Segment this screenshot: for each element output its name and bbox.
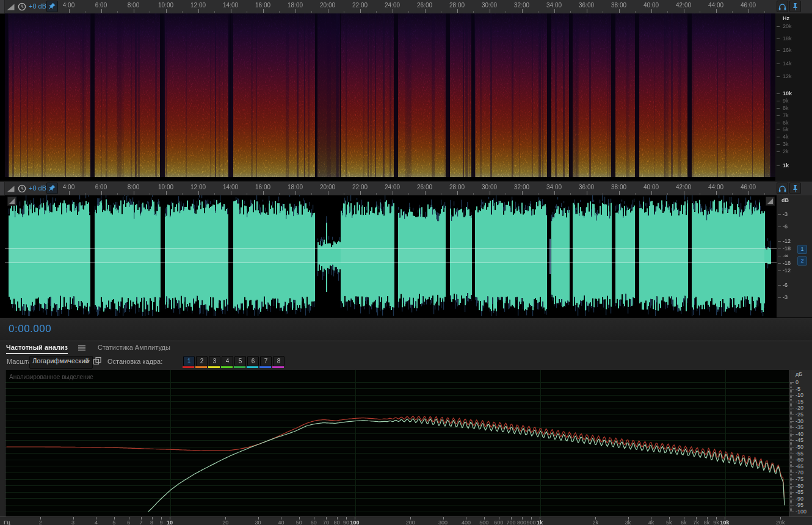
db-tick <box>790 391 792 392</box>
ruler-tick <box>473 193 474 195</box>
ruler-tick <box>134 9 134 13</box>
ruler-tick <box>295 191 296 195</box>
hold-frame-color <box>272 366 284 368</box>
track-gap <box>547 13 551 177</box>
timeline-ruler[interactable]: 4:006:008:0010:0012:0014:0016:0018:0020:… <box>58 182 775 195</box>
waveform-guide-line <box>5 248 777 249</box>
corner-grip-icon[interactable] <box>766 197 775 206</box>
db-tick <box>790 512 794 512</box>
ruler-tick <box>360 191 361 195</box>
panel-menu-icon[interactable] <box>78 345 85 351</box>
db-tick <box>790 501 792 502</box>
db-tick-label: -100 <box>796 509 807 515</box>
headphones-icon <box>778 2 787 11</box>
spectral-streak <box>8 13 9 177</box>
spectral-streak <box>466 13 468 177</box>
scale-tick <box>777 63 780 64</box>
frequency-label: 20k <box>783 23 792 29</box>
copy-icon[interactable] <box>93 357 102 366</box>
spectral-streak <box>219 13 220 177</box>
infinity-label: -∞ <box>783 253 788 259</box>
ruler-tick <box>749 191 749 195</box>
pin-icon <box>48 2 57 11</box>
hold-frame-button-1[interactable]: 1 <box>183 356 195 366</box>
hold-frame-button-8[interactable]: 8 <box>273 356 285 366</box>
frequency-tick-label: 500 <box>479 520 488 525</box>
hold-frame-button-7[interactable]: 7 <box>260 356 272 366</box>
spectral-streak <box>717 13 718 177</box>
corner-grip-icon[interactable] <box>7 197 16 206</box>
channel-badge[interactable]: 1 <box>797 245 807 254</box>
ruler-tick <box>425 9 426 13</box>
ruler-tick <box>85 11 85 13</box>
right-channel-curve <box>148 419 785 512</box>
channel-badge[interactable]: 2 <box>797 256 807 266</box>
hold-frame-button-6[interactable]: 6 <box>247 356 259 366</box>
ruler-tick <box>134 191 134 195</box>
db-tick <box>790 474 792 475</box>
spectral-streak <box>563 13 565 177</box>
scale-tick <box>777 129 780 130</box>
spectral-streak <box>692 13 693 177</box>
pin-toggle-button[interactable] <box>789 183 801 194</box>
ruler-tick <box>150 11 150 13</box>
gain-readout[interactable]: +0 dB <box>29 2 46 10</box>
time-label: 36:00 <box>579 2 594 9</box>
audition-app: +0 dB 4:006:008:0010:0012:0014:0016:0018… <box>0 0 812 525</box>
frequency-tick-label: 4k <box>648 520 654 525</box>
tab-frequency-analysis[interactable]: Частотный анализ <box>6 344 68 354</box>
timeline-ruler[interactable]: 4:006:008:0010:0012:0014:0016:0018:0020:… <box>58 0 775 13</box>
scale-tick <box>778 297 781 298</box>
monitor-button[interactable] <box>777 183 788 194</box>
spectral-streak <box>573 13 578 177</box>
pin-button[interactable] <box>46 183 58 194</box>
ruler-tick <box>182 11 183 13</box>
spectrogram-display[interactable] <box>5 13 775 177</box>
hold-frame-button-5[interactable]: 5 <box>234 356 246 366</box>
playhead-time-display[interactable]: 0:00.000 <box>9 323 51 335</box>
level-meter-icon <box>6 184 16 194</box>
spectral-streak <box>42 13 43 177</box>
clip-marker[interactable] <box>549 239 551 274</box>
scale-tick <box>777 137 780 137</box>
hold-frame-button-4[interactable]: 4 <box>222 356 233 366</box>
monitor-button[interactable] <box>777 1 788 12</box>
analysis-controls: Масштаб: Логарифмический Остановка кадра… <box>0 355 812 370</box>
spectrogram-frequency-scale: Hz 20k18k16k14k12k10k9k8k7k6k5k4k3k2k1k <box>775 13 812 181</box>
hold-frame-button-2[interactable]: 2 <box>196 356 208 366</box>
frequency-tick-label: 50 <box>296 520 302 525</box>
panel-grip[interactable] <box>0 0 5 13</box>
gain-readout[interactable]: +0 dB <box>29 184 46 192</box>
db-tick-label: -90 <box>796 496 803 502</box>
scale-tick <box>778 285 781 286</box>
db-tick <box>790 446 792 446</box>
frequency-label: 8k <box>783 105 789 111</box>
spectral-streak <box>327 13 331 177</box>
scale-tick <box>777 38 780 39</box>
frequency-tick-label: 7 <box>140 520 143 525</box>
scale-tick <box>777 93 780 94</box>
time-label: 6:00 <box>95 2 107 9</box>
ruler-tick <box>554 9 555 13</box>
db-tick <box>790 492 794 493</box>
time-label: 34:00 <box>546 184 562 190</box>
ruler-tick <box>554 191 555 195</box>
time-label: 32:00 <box>514 2 529 9</box>
time-label: 40:00 <box>643 184 659 190</box>
waveform-panel: +0 dB 4:006:008:0010:0012:0014:0016:0018… <box>0 182 812 317</box>
ruler-tick <box>635 193 636 195</box>
pin-toggle-button[interactable] <box>789 1 801 12</box>
frequency-tick-label: 8 <box>150 520 153 525</box>
db-tick-label: -15 <box>796 399 803 405</box>
hold-frame-button-3[interactable]: 3 <box>209 356 220 366</box>
waveform-display[interactable] <box>5 195 777 316</box>
scale-dropdown[interactable]: Логарифмический <box>29 356 93 369</box>
panel-grip[interactable] <box>0 182 5 195</box>
pin-button[interactable] <box>46 1 58 12</box>
db-label: -18 <box>783 260 791 266</box>
time-label: 4:00 <box>63 184 74 190</box>
db-tick <box>790 482 792 482</box>
frequency-plot[interactable]: Анализированное выделение <box>5 370 790 516</box>
tab-amplitude-statistics[interactable]: Статистика Амплитуды <box>98 344 170 351</box>
db-tick <box>790 424 792 424</box>
